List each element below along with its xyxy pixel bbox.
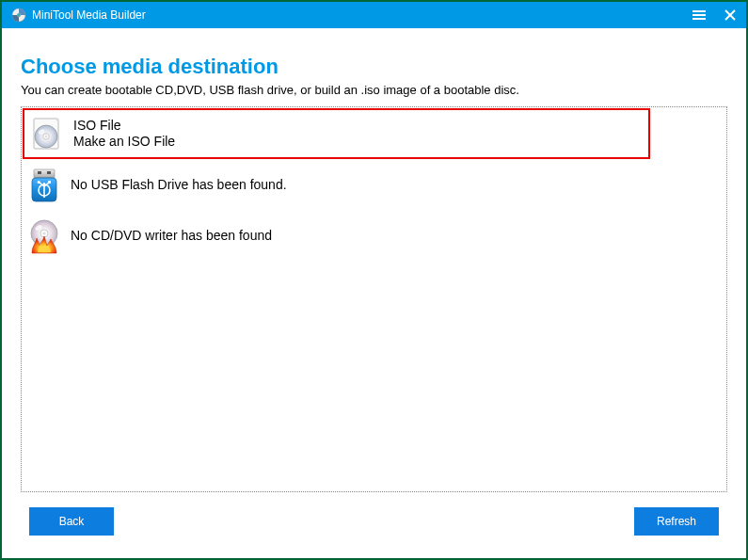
option-cddvd-text: No CD/DVD writer has been found — [71, 228, 272, 245]
svg-rect-21 — [48, 181, 51, 184]
option-iso-subtitle: Make an ISO File — [73, 134, 175, 151]
title-bar: MiniTool Media Builder — [2, 2, 746, 28]
option-cddvd-label: No CD/DVD writer has been found — [71, 228, 272, 245]
usb-icon — [25, 167, 63, 204]
svg-point-10 — [45, 136, 48, 138]
svg-rect-12 — [34, 169, 55, 178]
option-usb-text: No USB Flash Drive has been found. — [71, 177, 287, 194]
svg-rect-3 — [692, 14, 706, 16]
page-heading: Choose media destination — [21, 55, 727, 79]
content-area: Choose media destination You can create … — [2, 28, 746, 551]
app-title: MiniTool Media Builder — [32, 8, 146, 22]
media-options-list: ISO File Make an ISO File — [21, 106, 727, 492]
svg-rect-14 — [47, 171, 51, 174]
app-window: MiniTool Media Builder Choose media dest… — [0, 0, 748, 560]
footer-buttons: Back Refresh — [21, 507, 727, 536]
svg-point-1 — [17, 13, 21, 17]
menu-icon[interactable] — [692, 8, 707, 22]
svg-rect-4 — [692, 18, 706, 20]
svg-point-24 — [42, 232, 45, 234]
back-button[interactable]: Back — [29, 507, 114, 536]
disc-icon — [28, 115, 66, 152]
page-subheading: You can create bootable CD,DVD, USB flas… — [21, 83, 727, 97]
option-usb-drive[interactable]: No USB Flash Drive has been found. — [22, 160, 726, 211]
option-iso-title: ISO File — [73, 118, 175, 135]
cddvd-burn-icon — [25, 217, 63, 255]
option-iso-text: ISO File Make an ISO File — [73, 118, 175, 151]
option-usb-label: No USB Flash Drive has been found. — [71, 177, 287, 194]
option-iso-file[interactable]: ISO File Make an ISO File — [23, 108, 650, 159]
svg-rect-2 — [692, 10, 706, 12]
refresh-button[interactable]: Refresh — [634, 507, 719, 536]
svg-rect-13 — [38, 171, 41, 174]
option-cddvd-writer[interactable]: No CD/DVD writer has been found — [22, 211, 726, 262]
title-left: MiniTool Media Builder — [11, 8, 146, 23]
title-controls — [692, 8, 737, 22]
app-icon — [11, 8, 26, 23]
svg-point-19 — [38, 181, 40, 184]
close-icon[interactable] — [724, 8, 737, 22]
